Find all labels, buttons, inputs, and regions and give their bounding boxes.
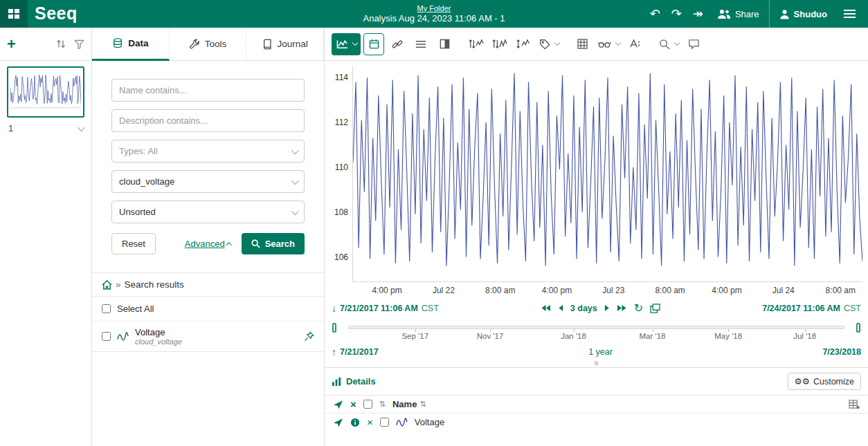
name-column-header[interactable]: Name [392,399,417,409]
y-axis[interactable]: 106108110112114 [329,66,352,282]
list-item[interactable]: Voltage cloud_voltage [92,322,324,352]
table-row[interactable]: × Voltage [325,414,868,431]
range-end-value[interactable]: 7/24/2017 11:06 AM [762,304,840,313]
timeline-right-handle-icon[interactable] [850,323,861,333]
zoom-button[interactable] [656,33,680,55]
customize-button[interactable]: ⚙⚙ Customize [788,373,861,390]
advanced-link[interactable]: Advanced [185,239,232,249]
sort-icon[interactable]: ⇅ [419,400,426,409]
details-table: × ⇅ Name ⇅ × [325,395,868,431]
investigate-duration[interactable]: 1 year [379,347,823,357]
x-axis[interactable]: 4:00 pmJul 228:00 am4:00 pmJul 238:00 am… [352,282,862,297]
reset-button[interactable]: Reset [111,233,156,254]
investigate-icon[interactable] [333,400,343,409]
timeline-left-handle-icon[interactable] [332,323,343,333]
search-button-label: Search [265,239,295,249]
compare-view-button[interactable] [434,33,455,55]
arrow-up-icon[interactable]: ↑ [332,346,336,357]
search-icon [251,239,260,248]
sort-icon[interactable]: ⇅ [379,400,386,409]
details-title-group: Details [332,376,376,387]
one-lane-button[interactable] [466,33,487,55]
trend-view-button[interactable] [332,33,361,55]
details-list-button[interactable] [410,33,431,55]
types-select[interactable]: Types: All [111,140,305,162]
tab-tools[interactable]: Tools [170,28,247,61]
remove-all-icon[interactable]: × [350,400,356,409]
step-forward-icon[interactable] [604,304,610,312]
user-icon [779,9,790,19]
trend-chart[interactable]: 106108110112114 4:00 pmJul 228:00 am4:00… [325,61,868,297]
annotate-button[interactable] [683,33,704,55]
select-all-checkbox[interactable] [102,304,111,313]
home-icon[interactable] [102,280,112,290]
asset-select[interactable]: cloud_voltage [111,170,305,193]
item-checkbox[interactable] [102,332,111,341]
signal-icon [117,332,129,342]
panel-tabs: Data Tools Journal [92,28,324,61]
signal-icon [396,418,408,427]
apps-grid-button[interactable] [0,0,28,28]
timeline-track[interactable] [348,326,844,329]
investigate-start[interactable]: 7/21/2017 [340,347,379,357]
gridlines-button[interactable] [572,33,593,55]
link-button[interactable] [387,33,408,55]
details-title: Details [346,376,376,387]
step-back-icon[interactable] [558,304,563,312]
range-start-value[interactable]: 7/21/2017 11:06 AM [340,304,418,313]
one-axis-icon [492,39,507,49]
remove-item-icon[interactable]: × [367,418,373,427]
hamburger-menu-button[interactable] [837,4,862,24]
auto-scale-button[interactable] [513,33,534,55]
investigate-end[interactable]: 7/23/2018 [822,347,861,357]
tab-data[interactable]: Data [92,28,170,61]
investigate-icon[interactable] [333,418,343,427]
step-forward-full-icon[interactable] [617,304,627,312]
search-button[interactable]: Search [242,233,305,254]
plot-area[interactable] [352,66,862,282]
dimming-button[interactable] [595,33,622,55]
description-contains-input[interactable] [111,109,305,132]
column-settings-icon[interactable] [849,400,860,409]
name-contains-input[interactable] [111,79,305,102]
one-axis-button[interactable] [489,33,510,55]
header-checkbox[interactable] [363,400,372,409]
user-menu[interactable]: Shuduo [772,0,834,28]
calendar-button[interactable] [363,33,384,55]
pin-icon[interactable] [304,331,314,342]
people-icon [717,8,731,19]
duplicate-range-icon[interactable] [650,304,660,313]
panel-resize-grip[interactable]: ≡ [325,359,868,367]
investigate-range-row: ↑ 7/21/2017 1 year 7/23/2018 [325,346,868,359]
tab-journal[interactable]: Journal [246,28,324,61]
auto-scale-icon [516,39,531,49]
undo-button[interactable]: ↶ [646,5,664,23]
add-worksheet-button[interactable]: + [7,37,16,51]
redo-button[interactable]: ↷ [667,5,686,23]
reorder-worksheets-icon[interactable] [56,39,66,49]
info-icon[interactable] [350,418,360,427]
row-checkbox[interactable] [380,418,389,427]
seeq-logo: Seeq [28,3,87,25]
link-icon [392,39,403,50]
labels-button[interactable] [624,33,645,55]
trend-panel: 106108110112114 4:00 pmJul 228:00 am4:00… [325,28,868,446]
top-bar: Seeq My Folder Analysis Aug 24, 2023 11:… [0,0,868,28]
share-label: Share [735,9,759,19]
tag-button[interactable] [536,33,561,55]
sort-select[interactable]: Unsorted [111,201,305,223]
arrow-down-icon[interactable]: ↓ [332,303,336,314]
breadcrumb[interactable]: My Folder [417,4,451,13]
share-button[interactable]: Share [710,0,766,28]
refresh-icon[interactable]: ↻ [634,301,643,315]
worksheet-thumbnail[interactable] [7,66,84,118]
row-name: Voltage [415,417,444,427]
step-back-full-icon[interactable] [541,304,551,312]
range-duration[interactable]: 3 days [570,304,597,313]
types-select-value: Types: All [119,146,158,156]
chevron-down-icon[interactable] [78,123,85,131]
filter-worksheets-icon[interactable] [74,39,84,49]
tag-icon [539,39,550,50]
chevron-down-icon [615,39,621,45]
forward-share-button[interactable]: ↠ [689,5,707,23]
